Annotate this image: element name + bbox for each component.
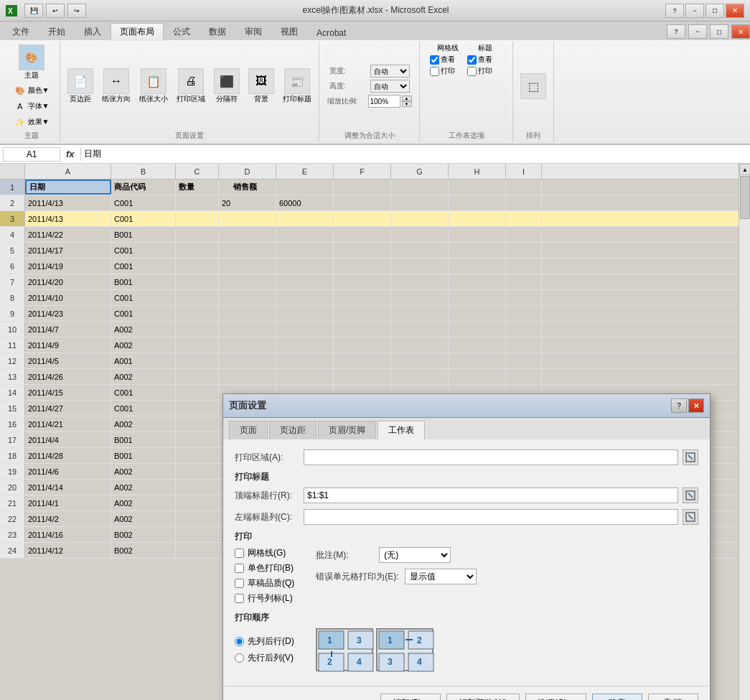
print-button[interactable]: 打印(P)... <box>380 694 441 700</box>
dialog-tab-header-footer[interactable]: 页眉/页脚 <box>318 421 376 439</box>
tab-acrobat[interactable]: Acrobat <box>307 25 355 40</box>
help-button[interactable]: ? <box>665 4 684 18</box>
row-first-radio[interactable] <box>235 653 244 663</box>
col-header-H[interactable]: H <box>449 164 506 179</box>
headings-view-checkbox[interactable] <box>467 55 477 65</box>
close-button[interactable]: ✕ <box>726 4 744 18</box>
ribbon-help-btn[interactable]: ? <box>667 24 685 39</box>
scale-percent-input[interactable] <box>368 95 400 108</box>
cell-D2[interactable]: 20 <box>219 195 276 210</box>
gridlines-view-checkbox[interactable] <box>430 55 439 65</box>
cell-I3[interactable] <box>506 211 542 226</box>
ribbon-close-btn[interactable]: ✕ <box>731 24 750 39</box>
quick-access-undo[interactable]: ↩ <box>46 4 65 18</box>
scroll-up-btn[interactable]: ▲ <box>739 164 750 175</box>
dialog-tab-sheet[interactable]: 工作表 <box>378 421 425 439</box>
col-header-B[interactable]: B <box>111 164 176 179</box>
dialog-help-btn[interactable]: ? <box>671 398 687 413</box>
scale-down-btn[interactable]: ▼ <box>402 101 412 107</box>
left-col-range-btn[interactable] <box>683 509 698 525</box>
arrange-button[interactable]: ⬚ <box>517 72 549 101</box>
scroll-track[interactable] <box>739 175 750 700</box>
mono-checkbox[interactable] <box>235 564 244 573</box>
print-area-range-btn[interactable] <box>683 449 698 465</box>
print-titles-button[interactable]: 📰 打印标题 <box>280 67 314 106</box>
cell-H2[interactable] <box>449 195 506 210</box>
cell-B2[interactable]: C001 <box>111 195 176 210</box>
cell-H3[interactable] <box>449 211 506 226</box>
font-button[interactable]: A字体▼ <box>12 99 51 113</box>
margins-button[interactable]: 📄 页边距 <box>65 67 96 106</box>
dialog-close-btn[interactable]: ✕ <box>688 398 704 413</box>
tab-page-layout[interactable]: 页面布局 <box>111 23 164 41</box>
header-corner[interactable] <box>0 164 25 179</box>
cell-A3[interactable]: 2011/4/13 <box>25 211 111 226</box>
col-header-C[interactable]: C <box>176 164 219 179</box>
col-header-D[interactable]: D <box>219 164 276 179</box>
ribbon-restore-btn[interactable]: □ <box>710 24 728 39</box>
col-first-radio[interactable] <box>235 637 244 646</box>
vertical-scrollbar[interactable]: ▲ ▼ <box>739 164 750 700</box>
tab-data[interactable]: 数据 <box>200 23 235 40</box>
cell-E1[interactable] <box>276 179 334 195</box>
ok-button[interactable]: 确定 <box>592 694 642 700</box>
scale-height-select[interactable]: 自动 <box>370 80 410 93</box>
quick-access-save[interactable]: 💾 <box>24 4 43 18</box>
print-area-button[interactable]: 🖨 打印区域 <box>174 67 208 106</box>
options-button[interactable]: 选项(O)... <box>525 694 586 700</box>
top-row-input[interactable] <box>304 487 678 503</box>
cell-D1[interactable]: 销售额 <box>219 179 276 195</box>
scale-up-btn[interactable]: ▲ <box>402 95 412 101</box>
comments-select[interactable]: (无) <box>379 547 451 563</box>
tab-formula[interactable]: 公式 <box>164 23 200 40</box>
draft-checkbox[interactable] <box>235 579 244 588</box>
cell-E2[interactable]: 60000 <box>276 195 334 210</box>
tab-view[interactable]: 视图 <box>271 23 307 40</box>
col-header-E[interactable]: E <box>276 164 334 179</box>
col-header-A[interactable]: A <box>25 164 111 179</box>
cancel-button[interactable]: 取消 <box>648 694 698 700</box>
cell-E3[interactable] <box>276 211 334 226</box>
effects-button[interactable]: ✨效果▼ <box>12 115 51 129</box>
cell-reference-box[interactable] <box>3 147 60 162</box>
dialog-tab-margins[interactable]: 页边距 <box>269 421 317 439</box>
tab-insert[interactable]: 插入 <box>75 23 111 40</box>
background-button[interactable]: 🖼 背景 <box>245 67 277 106</box>
cell-C3[interactable] <box>176 211 219 226</box>
formula-input[interactable] <box>84 147 747 162</box>
left-col-input[interactable] <box>304 509 678 525</box>
cell-F2[interactable] <box>334 195 391 210</box>
cell-A1[interactable]: 日期 <box>25 179 111 195</box>
cell-F3[interactable] <box>334 211 391 226</box>
quick-access-redo[interactable]: ↪ <box>67 4 86 18</box>
rowcol-checkbox[interactable] <box>235 594 244 603</box>
orientation-button[interactable]: ↔ 纸张方向 <box>99 67 133 106</box>
cell-H1[interactable] <box>449 179 506 195</box>
cell-G3[interactable] <box>391 211 449 226</box>
cell-G1[interactable] <box>391 179 449 195</box>
cell-B3[interactable]: C001 <box>111 211 176 226</box>
restore-button[interactable]: □ <box>706 4 724 18</box>
cell-C1[interactable]: 数量 <box>176 179 219 195</box>
cell-I1[interactable] <box>506 179 542 195</box>
gridlines-print-checkbox[interactable] <box>430 67 439 76</box>
cell-C2[interactable] <box>176 195 219 210</box>
cell-F1[interactable] <box>334 179 391 195</box>
col-header-I[interactable]: I <box>506 164 542 179</box>
cell-D3[interactable] <box>219 211 276 226</box>
tab-file[interactable]: 文件 <box>3 23 39 40</box>
color-button[interactable]: 🎨颜色▼ <box>12 83 51 98</box>
breaks-button[interactable]: ⬛ 分隔符 <box>211 67 243 106</box>
cell-I2[interactable] <box>506 195 542 210</box>
minimize-button[interactable]: － <box>685 4 704 18</box>
paper-size-button[interactable]: 📋 纸张大小 <box>136 67 171 106</box>
error-select[interactable]: 显示值 <box>405 569 477 584</box>
print-preview-button[interactable]: 打印预览(W) <box>446 694 519 700</box>
print-area-input[interactable] <box>304 449 678 465</box>
scale-width-select[interactable]: 自动 <box>370 65 410 78</box>
tab-review[interactable]: 审阅 <box>235 23 271 40</box>
cell-A2[interactable]: 2011/4/13 <box>25 195 111 210</box>
dialog-tab-page[interactable]: 页面 <box>229 421 268 439</box>
theme-button[interactable]: 🎨 主题 <box>16 43 47 82</box>
cell-B1[interactable]: 商品代码 <box>111 179 176 195</box>
